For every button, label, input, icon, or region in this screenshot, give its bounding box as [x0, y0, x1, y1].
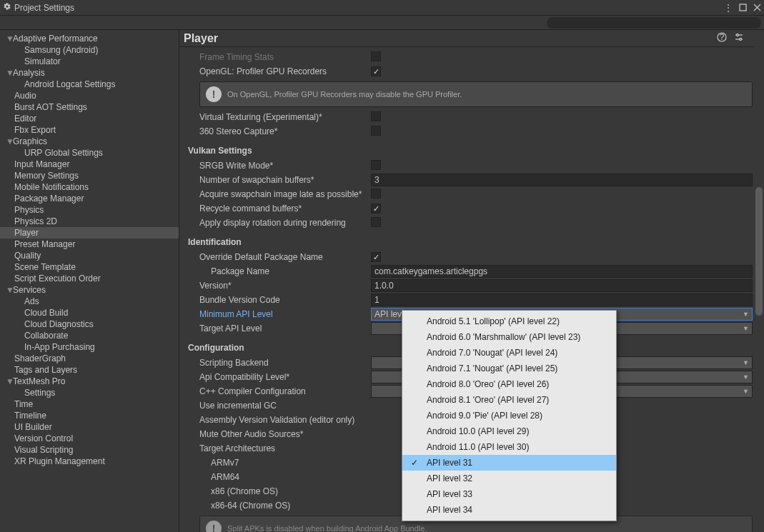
popup-item[interactable]: Android 8.1 'Oreo' (API level 27) — [402, 392, 616, 408]
sidebar-item[interactable]: Memory Settings — [0, 170, 179, 181]
close-icon[interactable] — [753, 4, 761, 12]
popup-item[interactable]: ✓API level 31 — [402, 455, 616, 471]
chevron-down-icon: ▼ — [743, 325, 749, 332]
sidebar-item[interactable]: XR Plugin Management — [0, 456, 179, 467]
api-level-popup[interactable]: Android 5.1 'Lollipop' (API level 22)And… — [402, 310, 617, 521]
popup-item[interactable]: API level 32 — [402, 471, 616, 486]
fold-icon[interactable]: ▼ — [6, 285, 13, 295]
sidebar-item-label: Settings — [24, 388, 55, 398]
settings-sidebar[interactable]: ▼Adaptive PerformanceSamsung (Android)Si… — [0, 30, 179, 532]
sidebar-item[interactable]: ▼Graphics — [0, 136, 179, 147]
srgb-checkbox[interactable] — [371, 160, 381, 170]
sidebar-item-label: Samsung (Android) — [24, 45, 98, 55]
stereo-capture-checkbox[interactable] — [371, 126, 381, 136]
sidebar-item[interactable]: URP Global Settings — [0, 147, 179, 159]
fold-icon[interactable]: ▼ — [6, 68, 13, 78]
vertical-scrollbar[interactable] — [754, 30, 764, 532]
sidebar-item[interactable]: Cloud Diagnostics — [0, 318, 179, 330]
popup-item-label: Android 7.1 'Nougat' (API level 25) — [427, 363, 557, 373]
sidebar-item-label: Quality — [14, 251, 41, 261]
sidebar-item[interactable]: Ads — [0, 296, 179, 307]
override-pkg-checkbox[interactable] — [371, 252, 381, 262]
acquire-late-checkbox[interactable] — [371, 189, 381, 199]
sidebar-item[interactable]: Player — [0, 227, 179, 239]
scrollbar-thumb[interactable] — [755, 187, 763, 316]
popup-item-label: Android 7.0 'Nougat' (API level 24) — [427, 348, 557, 358]
search-row — [0, 16, 764, 30]
sidebar-item[interactable]: Version Control — [0, 433, 179, 444]
fold-icon[interactable]: ▼ — [6, 34, 13, 44]
sidebar-item[interactable]: Tags and Layers — [0, 364, 179, 376]
fold-icon[interactable]: ▼ — [6, 376, 13, 386]
help-icon[interactable]: ? — [717, 32, 727, 44]
override-pkg-label: Override Default Package Name — [188, 252, 371, 262]
sidebar-item[interactable]: Simulator — [0, 56, 179, 67]
sidebar-item[interactable]: Input Manager — [0, 159, 179, 170]
sidebar-item[interactable]: Script Execution Order — [0, 273, 179, 284]
sidebar-item-label: Adaptive Performance — [13, 34, 98, 44]
sidebar-item[interactable]: Preset Manager — [0, 239, 179, 250]
sidebar-item[interactable]: Package Manager — [0, 193, 179, 204]
pkg-name-input[interactable] — [371, 265, 753, 278]
popup-item[interactable]: Android 8.0 'Oreo' (API level 26) — [402, 376, 616, 392]
sidebar-item-label: Time — [14, 399, 33, 409]
popup-item[interactable]: Android 7.0 'Nougat' (API level 24) — [402, 345, 616, 361]
sidebar-item[interactable]: UI Builder — [0, 421, 179, 433]
sidebar-item[interactable]: ▼Adaptive Performance — [0, 33, 179, 44]
popup-item[interactable]: Android 10.0 (API level 29) — [402, 423, 616, 439]
popup-item[interactable]: Android 6.0 'Marshmallow' (API level 23) — [402, 329, 616, 345]
maximize-icon[interactable] — [738, 4, 747, 12]
fold-icon[interactable]: ▼ — [6, 136, 13, 146]
sidebar-item-label: Cloud Diagnostics — [24, 319, 94, 329]
sidebar-item[interactable]: Fbx Export — [0, 124, 179, 136]
search-input[interactable] — [547, 17, 761, 29]
recycle-buffers-label: Recycle command buffers* — [188, 204, 371, 214]
sidebar-item[interactable]: Time — [0, 398, 179, 410]
swapchain-input[interactable] — [371, 174, 753, 186]
identification-header: Identification — [188, 236, 753, 249]
popup-item[interactable]: API level 34 — [402, 502, 616, 518]
popup-item[interactable]: Android 7.1 'Nougat' (API level 25) — [402, 361, 616, 376]
opengl-profiler-checkbox[interactable] — [371, 66, 381, 76]
settings-sliders-icon[interactable] — [734, 32, 744, 44]
sidebar-item[interactable]: Mobile Notifications — [0, 181, 179, 193]
recycle-buffers-checkbox[interactable] — [371, 204, 381, 214]
sidebar-item[interactable]: Physics — [0, 204, 179, 216]
info-icon: ! — [206, 86, 222, 102]
sidebar-item[interactable]: Audio — [0, 90, 179, 101]
sidebar-item-label: UI Builder — [14, 422, 52, 432]
sidebar-item-label: Simulator — [24, 56, 61, 66]
sidebar-item-label: XR Plugin Management — [14, 456, 105, 466]
virtual-texturing-checkbox[interactable] — [371, 111, 381, 121]
display-rotation-checkbox[interactable] — [371, 217, 381, 227]
sidebar-item[interactable]: Android Logcat Settings — [0, 79, 179, 90]
sidebar-item[interactable]: ▼TextMesh Pro — [0, 376, 179, 387]
sidebar-item[interactable]: Quality — [0, 250, 179, 261]
sidebar-item[interactable]: Editor — [0, 113, 179, 124]
sidebar-item[interactable]: Burst AOT Settings — [0, 101, 179, 113]
popup-item[interactable]: Android 11.0 (API level 30) — [402, 439, 616, 455]
sidebar-item-label: Fbx Export — [14, 125, 56, 135]
sidebar-item[interactable]: Cloud Build — [0, 307, 179, 318]
sidebar-item[interactable]: Settings — [0, 387, 179, 398]
version-input[interactable] — [371, 279, 753, 292]
sidebar-item[interactable]: In-App Purchasing — [0, 341, 179, 353]
sidebar-item[interactable]: Physics 2D — [0, 216, 179, 227]
sidebar-item[interactable]: ShaderGraph — [0, 353, 179, 364]
sidebar-item[interactable]: Timeline — [0, 410, 179, 421]
sidebar-item[interactable]: Visual Scripting — [0, 444, 179, 456]
frame-timing-checkbox[interactable] — [371, 51, 381, 61]
chevron-down-icon: ▼ — [743, 373, 749, 381]
popup-item[interactable]: Android 5.1 'Lollipop' (API level 22) — [402, 313, 616, 329]
sidebar-item-label: Preset Manager — [14, 239, 75, 249]
sidebar-item[interactable]: Samsung (Android) — [0, 44, 179, 56]
bundle-code-input[interactable] — [371, 293, 753, 306]
chevron-down-icon: ▼ — [743, 388, 749, 395]
sidebar-item[interactable]: ▼Services — [0, 284, 179, 296]
popup-item[interactable]: Android 9.0 'Pie' (API level 28) — [402, 408, 616, 423]
sidebar-item[interactable]: Scene Template — [0, 261, 179, 273]
kebab-icon[interactable]: ⋮ — [724, 4, 733, 12]
popup-item[interactable]: API level 33 — [402, 486, 616, 502]
sidebar-item[interactable]: Collaborate — [0, 330, 179, 341]
sidebar-item[interactable]: ▼Analysis — [0, 67, 179, 79]
